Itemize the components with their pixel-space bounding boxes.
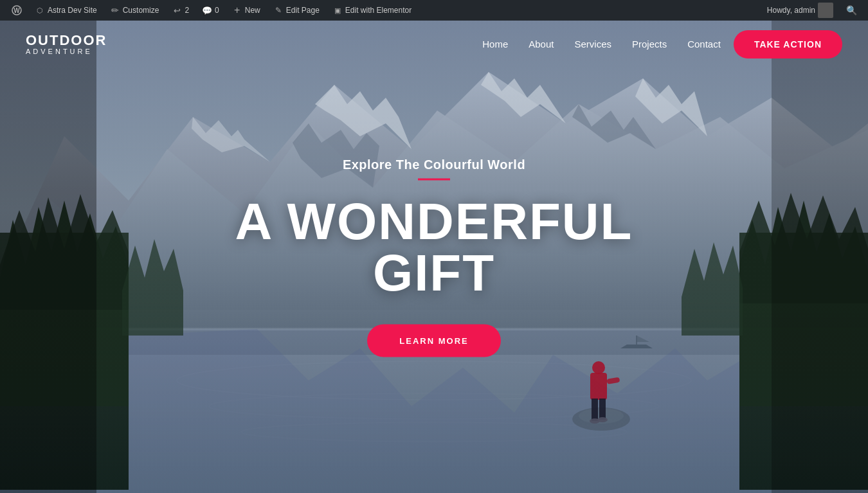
site-name-item[interactable]: ⬡ Astra Dev Site	[30, 0, 102, 21]
comments-item[interactable]: 💬 0	[197, 0, 224, 21]
site-icon: ⬡	[35, 5, 45, 15]
howdy-text: Howdy, admin	[767, 6, 815, 15]
search-item[interactable]: 🔍	[841, 5, 862, 15]
revisions-item[interactable]: ↩ 2	[167, 0, 194, 21]
new-label: New	[245, 6, 260, 15]
site-name-label: Astra Dev Site	[48, 6, 97, 15]
comments-icon: 💬	[202, 5, 212, 15]
logo-adventure: ADVENTURE	[26, 48, 107, 55]
new-content-item[interactable]: + New	[227, 0, 266, 21]
nav-link-about[interactable]: About	[529, 39, 554, 49]
nav-item-projects[interactable]: Projects	[632, 39, 667, 50]
learn-more-button[interactable]: LEARN MORE	[367, 324, 500, 357]
nav-item-contact[interactable]: Contact	[687, 39, 721, 50]
edit-page-item[interactable]: ✎ Edit Page	[268, 0, 325, 21]
nav-item-home[interactable]: Home	[482, 39, 508, 50]
nav-link-projects[interactable]: Projects	[632, 39, 667, 49]
logo-outdoor: OUTDOOR	[26, 33, 107, 48]
customize-icon: ✏	[110, 5, 120, 15]
revisions-icon: ↩	[172, 5, 182, 15]
svg-rect-35	[0, 21, 96, 493]
search-icon: 🔍	[846, 5, 856, 15]
comments-count: 0	[215, 6, 219, 15]
site-wrapper: OUTDOOR ADVENTURE Home About Services Pr…	[0, 21, 868, 493]
plus-icon: +	[232, 5, 242, 15]
hero-title: A WONDERFUL GIFT	[177, 195, 691, 298]
admin-bar-right: Howdy, admin 🔍	[762, 3, 862, 18]
edit-elementor-label: Edit with Elementor	[345, 6, 411, 15]
svg-text:W: W	[14, 7, 20, 14]
wp-logo-item[interactable]: W	[6, 0, 27, 21]
nav-link-home[interactable]: Home	[482, 39, 508, 49]
wp-logo-icon: W	[12, 5, 22, 15]
revisions-count: 2	[185, 6, 189, 15]
elementor-icon: ▣	[332, 5, 343, 15]
admin-bar: W ⬡ Astra Dev Site ✏ Customize ↩ 2 💬 0 +…	[0, 0, 868, 21]
hero-underline-decoration	[418, 178, 450, 180]
nav-item-services[interactable]: Services	[574, 39, 611, 50]
navbar: OUTDOOR ADVENTURE Home About Services Pr…	[0, 21, 868, 67]
take-action-button[interactable]: TAKE ACTION	[734, 30, 842, 58]
edit-page-label: Edit Page	[286, 6, 320, 15]
edit-elementor-item[interactable]: ▣ Edit with Elementor	[327, 0, 417, 21]
nav-menu: Home About Services Projects Contact	[482, 39, 721, 50]
edit-icon: ✎	[273, 5, 284, 15]
svg-rect-36	[772, 21, 868, 493]
hero-subtitle: Explore The Colourful World	[177, 157, 691, 172]
avatar-icon	[818, 3, 833, 18]
customize-item[interactable]: ✏ Customize	[105, 0, 165, 21]
nav-link-contact[interactable]: Contact	[687, 39, 721, 49]
nav-item-about[interactable]: About	[529, 39, 554, 50]
site-logo[interactable]: OUTDOOR ADVENTURE	[26, 33, 107, 55]
customize-label: Customize	[123, 6, 159, 15]
howdy-item[interactable]: Howdy, admin	[762, 3, 838, 18]
nav-link-services[interactable]: Services	[574, 39, 611, 49]
hero-content: Explore The Colourful World A WONDERFUL …	[177, 157, 691, 357]
